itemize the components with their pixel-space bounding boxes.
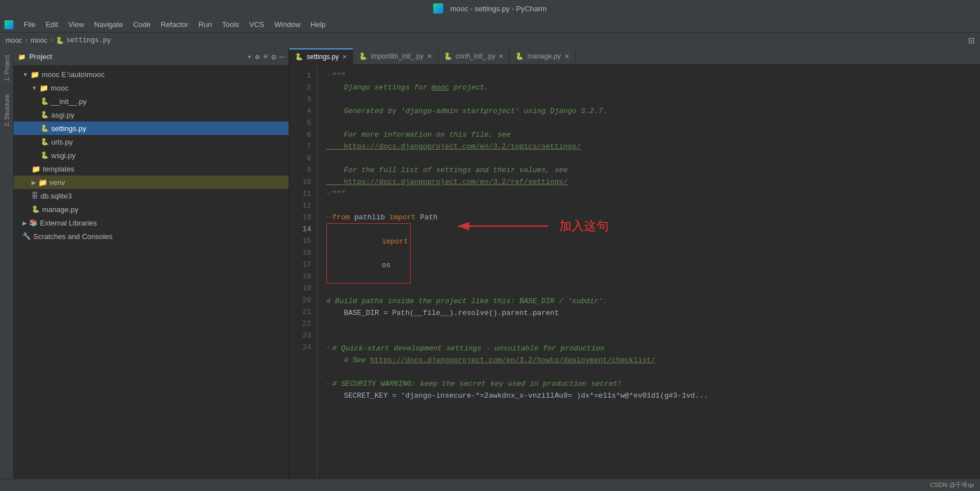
tab-project[interactable]: 1: Project	[1, 48, 12, 88]
breadcrumb-part-1[interactable]: mooc	[6, 37, 22, 44]
menu-help[interactable]: Help	[306, 19, 330, 30]
py-icon-asgi: 🐍	[41, 111, 49, 119]
tree-item-urls[interactable]: 🐍 urls.py	[14, 135, 289, 148]
line-num-4: 4	[289, 105, 317, 117]
breadcrumb-part-2[interactable]: mooc	[31, 37, 47, 44]
tab-settings[interactable]: 🐍 settings.py ✕	[289, 48, 353, 64]
project-panel: 📁 Project ▾ ⊕ ≡ ⚙ — ▼ 📁 mooc E:\auto\moo…	[14, 48, 289, 479]
code-line-9: For the full list of settings and their …	[326, 164, 971, 176]
code-line-7: https://docs.djangoproject.com/en/3.2/to…	[326, 141, 971, 152]
menu-vcs[interactable]: VCS	[245, 19, 269, 30]
tab-manage-close[interactable]: ✕	[564, 53, 569, 60]
urls-label: urls.py	[51, 138, 73, 146]
expand-icon-venv: ▶	[32, 179, 36, 186]
code-keyword-import: import	[389, 211, 416, 223]
line-num-3: 3	[289, 93, 317, 105]
tree-item-venv[interactable]: ▶ 📁 venv	[14, 175, 289, 189]
maximize-icon[interactable]: ⊡	[968, 34, 974, 47]
templates-label: templates	[43, 165, 74, 173]
code-link-21: https://docs.djangoproject.com/en/3.2/ho…	[370, 354, 655, 366]
tab-conf-close[interactable]: ✕	[498, 53, 504, 60]
tree-item-init[interactable]: 🐍 __init__.py	[14, 94, 289, 108]
menu-tools[interactable]: Tools	[218, 19, 244, 30]
fold-icon-20[interactable]: −	[326, 343, 330, 354]
tab-structure[interactable]: 2: Structure	[1, 88, 12, 133]
project-tree: ▼ 📁 mooc E:\auto\mooc ▼ 📁 mooc 🐍 __init_…	[14, 65, 289, 479]
code-editor[interactable]: − """ Django settings for mooc project. …	[317, 65, 980, 479]
expand-icon: ▼	[23, 71, 28, 78]
tree-item-external-libs[interactable]: ▶ 📚 External Libraries	[14, 216, 289, 229]
app-logo	[433, 3, 443, 13]
status-csdn: CSDN @千寻qx	[930, 481, 974, 489]
code-line-24: SECRET_KEY = 'django-insecure-*=2awkdnx_…	[326, 390, 971, 402]
scratches-icon: 🔧	[23, 232, 31, 240]
tab-conf[interactable]: 🐍 conf\_init_.py ✕	[438, 48, 510, 64]
menu-code[interactable]: Code	[129, 19, 155, 30]
breadcrumb-file[interactable]: 🐍 settings.py	[56, 37, 111, 45]
tab-importlib-icon: 🐍	[359, 52, 367, 60]
tab-importlib[interactable]: 🐍 importlib\_init_.py ✕	[353, 48, 438, 64]
title-bar: mooc - settings.py - PyCharm	[0, 0, 980, 17]
menu-refactor[interactable]: Refactor	[156, 19, 193, 30]
code-content-9: For the full list of settings and their …	[326, 164, 568, 176]
tree-root[interactable]: ▼ 📁 mooc E:\auto\mooc	[14, 67, 289, 81]
code-content-6: For more information on this file, see	[326, 129, 511, 141]
db-label: db.sqlite3	[41, 192, 72, 200]
py-icon-urls: 🐍	[41, 138, 49, 146]
tree-item-manage[interactable]: 🐍 manage.py	[14, 202, 289, 216]
folder-templates-icon: 📁	[32, 165, 41, 173]
code-line-20: − # Quick-start development settings - u…	[326, 343, 971, 354]
code-content-2: Django settings for mooc project.	[326, 82, 489, 93]
tree-item-settings[interactable]: 🐍 settings.py	[14, 121, 289, 135]
settings-icon[interactable]: ⚙	[271, 52, 276, 62]
code-line-6: For more information on this file, see	[326, 129, 971, 141]
code-line-5	[326, 117, 971, 129]
tab-manage-icon: 🐍	[515, 52, 524, 60]
py-icon-manage: 🐍	[32, 205, 40, 213]
code-line-8	[326, 152, 971, 164]
menu-bar: File Edit View Navigate Code Refactor Ru…	[0, 17, 980, 33]
menu-file[interactable]: File	[19, 19, 40, 30]
code-path: Path	[420, 211, 438, 223]
close-icon[interactable]: —	[280, 52, 284, 61]
code-os: os	[382, 261, 391, 269]
folder-venv-icon: 📁	[38, 178, 47, 187]
code-comment-21: # See	[326, 354, 370, 366]
fold-icon-1[interactable]: −	[326, 70, 330, 82]
collapse-icon[interactable]: ≡	[263, 52, 268, 61]
project-header: 📁 Project ▾ ⊕ ≡ ⚙ —	[14, 48, 289, 65]
code-keyword-from: from	[332, 211, 350, 223]
line-num-2: 2	[289, 82, 317, 93]
tree-item-db[interactable]: 🗄 db.sqlite3	[14, 189, 289, 202]
chevron-down-icon[interactable]: ▾	[247, 52, 251, 61]
tree-item-templates[interactable]: 📁 templates	[14, 162, 289, 175]
fold-icon-23[interactable]: −	[326, 378, 330, 390]
tab-settings-close[interactable]: ✕	[342, 53, 347, 61]
menu-edit[interactable]: Edit	[41, 19, 62, 30]
line-num-19: 19	[289, 282, 317, 294]
expand-icon-ext: ▶	[23, 220, 27, 226]
tab-manage[interactable]: 🐍 manage.py ✕	[510, 48, 575, 64]
menu-navigate[interactable]: Navigate	[89, 19, 127, 30]
fold-icon-11[interactable]: −	[326, 188, 330, 200]
folder-mooc-label: mooc	[51, 84, 69, 92]
root-folder-icon: 📁	[30, 70, 39, 79]
code-line-12	[326, 200, 971, 211]
code-line-19	[326, 331, 971, 343]
tree-item-mooc-folder[interactable]: ▼ 📁 mooc	[14, 81, 289, 94]
tree-item-scratches[interactable]: 🔧 Scratches and Consoles	[14, 229, 289, 243]
tab-importlib-close[interactable]: ✕	[427, 53, 432, 60]
wsgi-label: wsgi.py	[51, 151, 75, 160]
menu-window[interactable]: Window	[270, 19, 305, 30]
code-content-10: https://docs.djangoproject.com/en/3.2/re…	[326, 176, 568, 188]
breadcrumb: mooc › mooc › 🐍 settings.py ⊡	[0, 33, 980, 48]
menu-view[interactable]: View	[64, 19, 88, 30]
menu-run[interactable]: Run	[194, 19, 217, 30]
tree-item-wsgi[interactable]: 🐍 wsgi.py	[14, 148, 289, 162]
add-icon[interactable]: ⊕	[255, 52, 259, 62]
line-num-18: 18	[289, 271, 317, 282]
fold-icon-13[interactable]: −	[326, 211, 330, 223]
tree-item-asgi[interactable]: 🐍 asgi.py	[14, 108, 289, 121]
code-content-7: https://docs.djangoproject.com/en/3.2/to…	[326, 141, 581, 152]
editor-content[interactable]: 1 2 3 4 5 6 7 8 9 10 11 12 13 14 15 16 1…	[289, 65, 980, 479]
